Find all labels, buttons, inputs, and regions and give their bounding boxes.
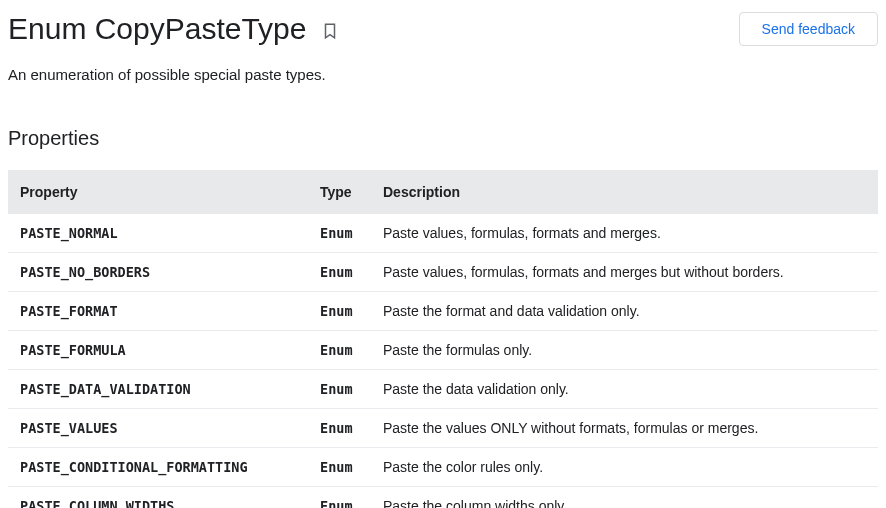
property-cell: PASTE_NO_BORDERS bbox=[8, 253, 308, 292]
description-cell: Paste the values ONLY without formats, f… bbox=[371, 409, 878, 448]
property-cell: PASTE_CONDITIONAL_FORMATTING bbox=[8, 448, 308, 487]
col-header-property: Property bbox=[8, 170, 308, 214]
table-row: PASTE_FORMULAEnumPaste the formulas only… bbox=[8, 331, 878, 370]
table-row: PASTE_NO_BORDERSEnumPaste values, formul… bbox=[8, 253, 878, 292]
property-cell: PASTE_FORMAT bbox=[8, 292, 308, 331]
properties-heading: Properties bbox=[8, 127, 878, 150]
description-cell: Paste the formulas only. bbox=[371, 331, 878, 370]
property-cell: PASTE_COLUMN_WIDTHS bbox=[8, 487, 308, 509]
col-header-type: Type bbox=[308, 170, 371, 214]
description-cell: Paste the format and data validation onl… bbox=[371, 292, 878, 331]
title-wrap: Enum CopyPasteType bbox=[8, 12, 339, 46]
table-row: PASTE_VALUESEnumPaste the values ONLY wi… bbox=[8, 409, 878, 448]
type-cell: Enum bbox=[308, 331, 371, 370]
col-header-description: Description bbox=[371, 170, 878, 214]
description-cell: Paste the color rules only. bbox=[371, 448, 878, 487]
type-cell: Enum bbox=[308, 370, 371, 409]
type-cell: Enum bbox=[308, 409, 371, 448]
page-title: Enum CopyPasteType bbox=[8, 12, 307, 46]
header-row: Enum CopyPasteType Send feedback bbox=[8, 12, 878, 46]
property-cell: PASTE_NORMAL bbox=[8, 214, 308, 253]
page-description: An enumeration of possible special paste… bbox=[8, 66, 878, 83]
description-cell: Paste the column widths only. bbox=[371, 487, 878, 509]
property-cell: PASTE_DATA_VALIDATION bbox=[8, 370, 308, 409]
table-row: PASTE_COLUMN_WIDTHSEnumPaste the column … bbox=[8, 487, 878, 509]
table-row: PASTE_CONDITIONAL_FORMATTINGEnumPaste th… bbox=[8, 448, 878, 487]
table-row: PASTE_NORMALEnumPaste values, formulas, … bbox=[8, 214, 878, 253]
type-cell: Enum bbox=[308, 448, 371, 487]
type-cell: Enum bbox=[308, 487, 371, 509]
description-cell: Paste values, formulas, formats and merg… bbox=[371, 253, 878, 292]
property-cell: PASTE_VALUES bbox=[8, 409, 308, 448]
description-cell: Paste the data validation only. bbox=[371, 370, 878, 409]
type-cell: Enum bbox=[308, 253, 371, 292]
send-feedback-button[interactable]: Send feedback bbox=[739, 12, 878, 46]
description-cell: Paste values, formulas, formats and merg… bbox=[371, 214, 878, 253]
table-row: PASTE_FORMATEnumPaste the format and dat… bbox=[8, 292, 878, 331]
bookmark-icon[interactable] bbox=[321, 22, 339, 40]
type-cell: Enum bbox=[308, 292, 371, 331]
property-cell: PASTE_FORMULA bbox=[8, 331, 308, 370]
properties-table: Property Type Description PASTE_NORMALEn… bbox=[8, 170, 878, 508]
table-header-row: Property Type Description bbox=[8, 170, 878, 214]
type-cell: Enum bbox=[308, 214, 371, 253]
table-row: PASTE_DATA_VALIDATIONEnumPaste the data … bbox=[8, 370, 878, 409]
